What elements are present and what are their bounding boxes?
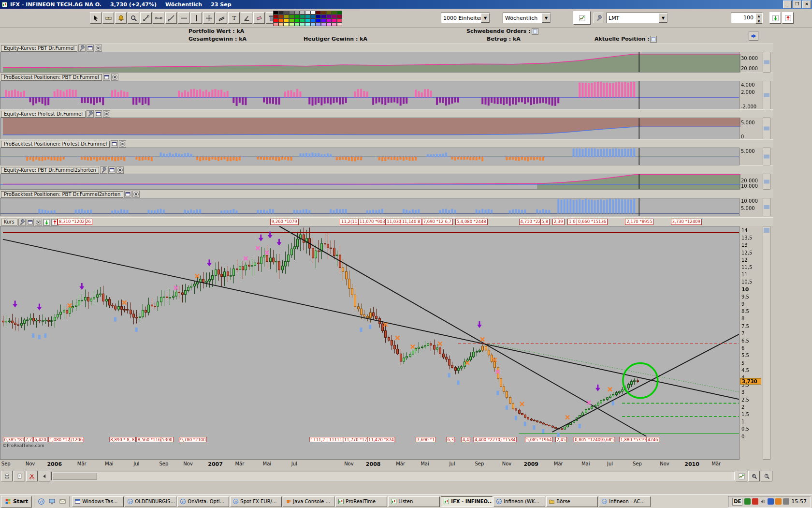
panel-window-button[interactable] xyxy=(95,110,102,118)
panel-settings-button[interactable] xyxy=(18,219,26,226)
color-swatch[interactable] xyxy=(300,11,305,15)
color-swatch[interactable] xyxy=(332,18,337,22)
color-swatch[interactable] xyxy=(321,18,326,22)
panel-settings-button[interactable] xyxy=(78,45,86,52)
taskbar-button[interactable]: eOnVista: Opti... xyxy=(177,496,229,507)
color-swatch[interactable] xyxy=(326,11,332,15)
mail-quicklaunch-icon[interactable] xyxy=(58,497,67,507)
color-swatch[interactable] xyxy=(321,15,326,18)
color-swatch[interactable] xyxy=(284,22,289,26)
zoom-tool-button[interactable] xyxy=(128,12,139,24)
panel-close-button[interactable] xyxy=(35,219,42,226)
color-swatch[interactable] xyxy=(300,15,305,18)
panel-close-button[interactable] xyxy=(111,74,118,81)
color-swatch[interactable] xyxy=(294,18,300,22)
start-button[interactable]: Start xyxy=(1,496,32,508)
color-swatch[interactable] xyxy=(284,11,289,15)
h-segment-tool-button[interactable] xyxy=(153,12,164,24)
color-swatch[interactable] xyxy=(337,22,342,26)
chevron-down-icon[interactable]: ▼ xyxy=(542,13,551,23)
ie-quicklaunch-icon[interactable]: e xyxy=(36,497,46,507)
color-swatch[interactable] xyxy=(326,22,332,26)
color-swatch[interactable] xyxy=(289,18,294,22)
spin-down-icon[interactable]: ▼ xyxy=(755,18,762,24)
ray-tool-button[interactable] xyxy=(165,12,177,24)
color-swatch[interactable] xyxy=(310,15,316,18)
color-swatch[interactable] xyxy=(278,15,284,18)
color-swatch[interactable] xyxy=(294,15,300,18)
eraser-tool-button[interactable] xyxy=(253,12,265,24)
taskbar-button[interactable]: Listen xyxy=(388,496,440,507)
color-swatch[interactable] xyxy=(289,22,294,26)
snapshot-button[interactable] xyxy=(26,471,38,481)
page-setup-button[interactable] xyxy=(14,471,25,481)
scroll-right-icon[interactable] xyxy=(749,31,758,41)
zoom-out-button[interactable] xyxy=(761,471,772,481)
color-swatch[interactable] xyxy=(326,18,332,22)
color-swatch[interactable] xyxy=(310,22,316,26)
color-swatch[interactable] xyxy=(278,22,284,26)
price-chart-canvas[interactable] xyxy=(0,226,773,460)
tray-speaker-icon[interactable] xyxy=(760,498,766,505)
units-combobox[interactable]: 1000 Einheiten▼ xyxy=(441,13,490,23)
panel-close-button[interactable] xyxy=(103,110,110,118)
panel-settings-button[interactable] xyxy=(87,110,94,118)
color-swatch[interactable] xyxy=(300,18,305,22)
color-swatch[interactable] xyxy=(321,22,326,26)
color-swatch[interactable] xyxy=(273,18,278,22)
buy-marker-icon[interactable] xyxy=(43,219,50,226)
segment-tool-button[interactable] xyxy=(140,12,152,24)
equity-curve-chart[interactable] xyxy=(0,52,773,73)
spin-up-icon[interactable]: ▲ xyxy=(755,13,762,18)
horizontal-scrollbar[interactable] xyxy=(51,472,735,480)
color-swatch[interactable] xyxy=(326,15,332,18)
h-line-tool-button[interactable] xyxy=(178,12,189,24)
buy-button[interactable] xyxy=(769,12,781,24)
zoom-in-button[interactable] xyxy=(748,471,760,481)
color-swatch[interactable] xyxy=(332,22,337,26)
panel-settings-button[interactable] xyxy=(100,166,107,174)
equity-curve-chart[interactable] xyxy=(0,174,773,190)
language-indicator[interactable]: DE xyxy=(732,498,742,506)
color-swatch[interactable] xyxy=(273,11,278,15)
color-swatch[interactable] xyxy=(337,18,342,22)
orders-list-icon[interactable] xyxy=(532,28,538,35)
text-tool-button[interactable]: T xyxy=(228,12,240,24)
maximize-button[interactable]: ❒ xyxy=(793,0,801,8)
scroll-left-button[interactable] xyxy=(39,471,50,481)
color-swatch[interactable] xyxy=(284,15,289,18)
scrollbar-thumb[interactable] xyxy=(53,473,97,479)
backtest-positions-chart[interactable] xyxy=(0,148,773,165)
quantity-stepper[interactable]: 100 ▲▼ xyxy=(731,13,763,23)
kurs-panel-header[interactable]: Kurs (Jahresende: 264,090 *12647,88,310 … xyxy=(0,217,773,227)
color-swatch[interactable] xyxy=(305,22,310,26)
taskbar-button[interactable]: eOLDENBURGIS... xyxy=(125,496,176,507)
color-swatch[interactable] xyxy=(332,15,337,18)
color-swatch[interactable] xyxy=(316,22,321,26)
color-swatch[interactable] xyxy=(337,15,342,18)
color-swatch[interactable] xyxy=(300,22,305,26)
panel-window-button[interactable] xyxy=(124,191,131,198)
equity-curve-chart[interactable] xyxy=(0,118,773,139)
color-swatch[interactable] xyxy=(316,18,321,22)
taskbar-button[interactable]: Windows Tas... xyxy=(72,496,124,507)
taskbar-button[interactable]: eInfineon (WK... xyxy=(493,496,545,507)
taskbar-button[interactable]: Java Console ... xyxy=(283,496,334,507)
parallel-tool-button[interactable] xyxy=(216,12,227,24)
tray-red-icon[interactable] xyxy=(752,498,758,505)
taskbar-button[interactable]: eSpot FX EUR/... xyxy=(230,496,282,507)
color-swatch[interactable] xyxy=(316,15,321,18)
color-swatch[interactable] xyxy=(321,11,326,15)
color-swatch[interactable] xyxy=(332,11,337,15)
tray-blue-icon[interactable] xyxy=(768,498,774,505)
panel-window-button[interactable] xyxy=(111,140,118,148)
desktop-quicklaunch-icon[interactable] xyxy=(47,497,57,507)
panel-close-button[interactable] xyxy=(116,166,124,174)
color-swatch[interactable] xyxy=(284,18,289,22)
panel-window-button[interactable] xyxy=(27,219,34,226)
minimize-button[interactable]: _ xyxy=(783,0,792,8)
taskbar-button[interactable]: ProRealTime xyxy=(335,496,387,507)
taskbar-button[interactable]: eInfineon - AC... xyxy=(599,496,651,507)
color-swatch[interactable] xyxy=(294,11,300,15)
backtest-positions-chart[interactable] xyxy=(0,81,773,109)
